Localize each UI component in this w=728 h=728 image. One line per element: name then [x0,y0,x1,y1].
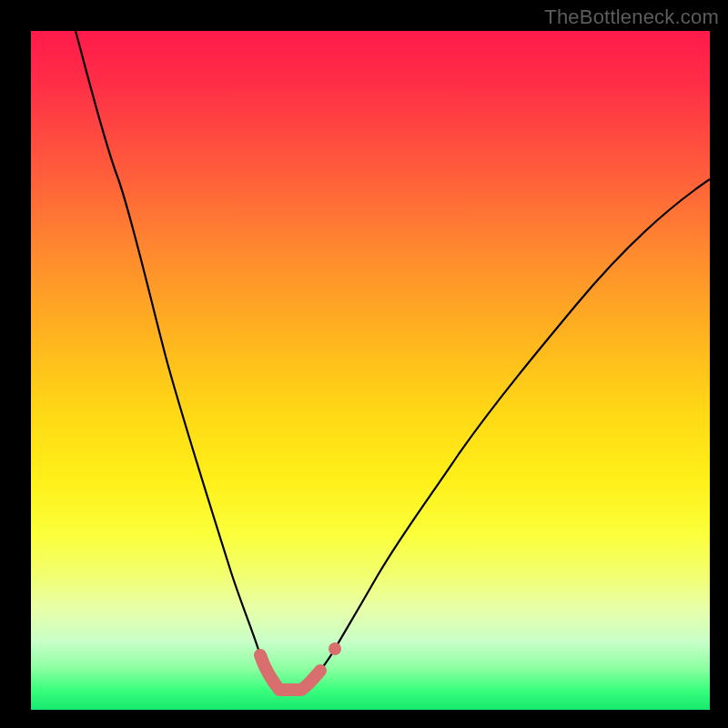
bottom-highlight [260,655,320,690]
curve-layer [31,31,710,710]
bottleneck-curve [76,31,710,690]
watermark-text: TheBottleneck.com [544,5,719,29]
bottom-highlight-dot [329,642,341,655]
plot-area [31,31,710,710]
chart-frame: TheBottleneck.com [0,0,728,728]
